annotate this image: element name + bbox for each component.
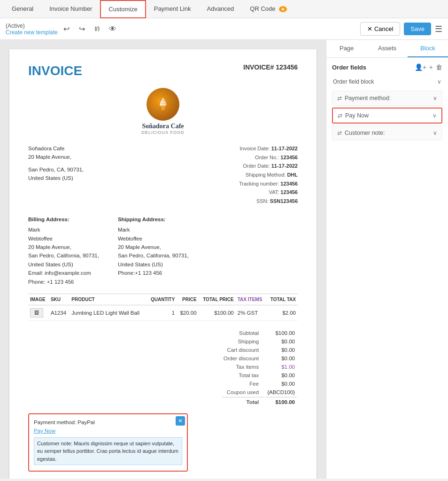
billing-block: Billing Address: Mark Webtoffee 20 Maple… xyxy=(28,215,99,286)
toolbar-left: (Active) Create new template ↩ ↪ ⟨/⟩ 👁 xyxy=(6,23,360,36)
cart-discount-value: $0.00 xyxy=(265,346,297,354)
panel-tab-assets[interactable]: Assets xyxy=(367,40,407,57)
save-button[interactable]: Save xyxy=(404,23,431,35)
payment-block-close-button[interactable]: ✕ xyxy=(176,416,185,426)
redo-button[interactable]: ↪ xyxy=(77,23,87,34)
cell-product: Jumbing LED Light Wall Ball xyxy=(70,305,147,320)
coupon-row: Coupon used {ABCD100} xyxy=(222,388,297,396)
shipping-method-value: DHL xyxy=(287,172,298,178)
tracking-value: 123456 xyxy=(280,181,298,186)
toolbar: (Active) Create new template ↩ ↪ ⟨/⟩ 👁 ✕… xyxy=(0,18,448,40)
cell-tax-items: 2% GST xyxy=(236,305,266,320)
cart-discount-row: Cart discount $0.00 xyxy=(222,346,297,354)
order-field-block-chevron[interactable]: ∨ xyxy=(437,78,441,85)
billing-name: Mark xyxy=(28,225,99,234)
invoice-number-value: 123456 xyxy=(276,63,298,71)
signature-label: Signature xyxy=(275,478,298,479)
order-field-block-text: Order field block xyxy=(333,78,374,85)
invoice-number-label: INVOICE# xyxy=(243,63,274,71)
billing-shipping-section: Billing Address: Mark Webtoffee 20 Maple… xyxy=(28,215,298,286)
right-panel: Page Assets Block Order fields 👤+ + 🗑 Or… xyxy=(326,40,448,479)
panel-tabs: Page Assets Block xyxy=(326,40,448,58)
billing-email: Email: info@example.com xyxy=(28,269,99,277)
cell-total-tax: $2.00 xyxy=(266,305,298,320)
add-icon[interactable]: + xyxy=(429,63,433,71)
invoice-table: IMAGE SKU PRODUCT QUANTITY PRICE TOTAL P… xyxy=(28,294,298,321)
shipping-country: United States (US) xyxy=(118,260,189,269)
subtotal-value: $100.00 xyxy=(265,329,297,337)
panel-content: Order fields 👤+ + 🗑 Order field block ∨ … xyxy=(326,58,448,148)
main-layout: INVOICE INVOICE# 123456 🍦 Soñadora Cafe … xyxy=(0,40,448,479)
subtotal-row: Subtotal $100.00 xyxy=(222,329,297,337)
totals-section: Subtotal $100.00 Shipping $0.00 Cart dis… xyxy=(28,328,298,407)
table-row: 🖼 A1234 Jumbing LED Light Wall Ball 1 $2… xyxy=(28,305,298,320)
ssn-value: SSN123456 xyxy=(270,198,298,204)
delete-icon[interactable]: 🗑 xyxy=(436,63,442,71)
from-city: San Pedro, CA, 90731, xyxy=(28,165,84,174)
accordion-customer-note[interactable]: ⇄ Customer note: ∨ xyxy=(332,125,442,140)
preview-button[interactable]: 👁 xyxy=(107,24,118,34)
undo-button[interactable]: ↩ xyxy=(62,23,71,34)
pay-now-link[interactable]: Pay Now xyxy=(34,428,55,434)
tab-invoice-number[interactable]: Invoice Number xyxy=(41,0,100,18)
tab-qr-code[interactable]: QR Code ★ xyxy=(242,0,295,18)
tab-general[interactable]: General xyxy=(4,0,41,18)
tab-advanced[interactable]: Advanced xyxy=(199,0,242,18)
toolbar-icons: ↩ ↪ ⟨/⟩ 👁 xyxy=(62,23,118,34)
html-button[interactable]: ⟨/⟩ xyxy=(93,25,101,33)
logo-area: 🍦 Soñadora Cafe DELICIOUS FOOD xyxy=(28,88,298,135)
order-discount-row: Order discount $0.00 xyxy=(222,355,297,362)
order-date-value: 11-17-2022 xyxy=(271,163,298,169)
customer-note-label: Customer note: xyxy=(345,130,385,136)
cancel-button[interactable]: ✕ Cancel xyxy=(360,22,400,36)
billing-city: San Pedro, California, 90731, xyxy=(28,251,99,260)
from-address1: 20 Maple Avenue, xyxy=(28,153,84,161)
panel-icons: 👤+ + 🗑 xyxy=(415,63,442,71)
invoice-area: INVOICE INVOICE# 123456 🍦 Soñadora Cafe … xyxy=(0,40,326,479)
toolbar-status-block: (Active) Create new template xyxy=(6,23,58,36)
ssn-label: SSN: xyxy=(256,198,269,204)
th-quantity: QUANTITY xyxy=(147,294,177,305)
payment-method-text: Payment method: PayPal xyxy=(34,418,182,427)
tracking-label: Tracking number: xyxy=(239,181,279,186)
panel-tab-block[interactable]: Block xyxy=(408,40,448,57)
shipping-city: San Pedro, California, 90731, xyxy=(118,251,189,260)
logo-image: 🍦 xyxy=(147,88,179,121)
top-tab-bar: General Invoice Number Customize Payment… xyxy=(0,0,448,18)
totals-table: Subtotal $100.00 Shipping $0.00 Cart dis… xyxy=(221,328,298,407)
coupon-label: Coupon used xyxy=(222,388,264,396)
coupon-value: {ABCD100} xyxy=(265,388,297,396)
customer-note-field-icon: ⇄ xyxy=(337,130,342,136)
accordion-icon-payment: ⇄ Payment method: xyxy=(337,95,391,101)
panel-section-header: Order fields 👤+ + 🗑 xyxy=(332,63,442,71)
add-person-icon[interactable]: 👤+ xyxy=(415,63,426,71)
order-discount-label: Order discount xyxy=(222,355,264,362)
billing-title: Billing Address: xyxy=(28,215,99,224)
payment-block: ✕ Payment method: PayPal Pay Now Custome… xyxy=(28,413,188,472)
shipping-phone: Phone:+1 123 456 xyxy=(118,269,189,277)
invoice-meta: Invoice Date: 11-17-2022 Order No.: 1234… xyxy=(239,144,298,206)
accordion-pay-now[interactable]: ⇄ Pay Now ∨ xyxy=(332,108,442,124)
shipping-cost-value: $0.00 xyxy=(265,338,297,345)
active-status: (Active) xyxy=(6,23,58,29)
create-template-link[interactable]: Create new template xyxy=(6,29,58,36)
customer-note-content: Customer note: Mauris dignissim neque ut… xyxy=(34,437,182,465)
qr-badge: ★ xyxy=(279,6,287,12)
shipping-block: Shipping Address: Mark Webtoffee 20 Mapl… xyxy=(118,215,189,286)
panel-tab-page[interactable]: Page xyxy=(326,40,367,57)
shipping-company: Webtoffee xyxy=(118,234,189,243)
invoice-page: INVOICE INVOICE# 123456 🍦 Soñadora Cafe … xyxy=(9,49,317,479)
accordion-icon-note: ⇄ Customer note: xyxy=(337,130,385,136)
fee-value: $0.00 xyxy=(265,380,297,388)
shipping-name: Mark xyxy=(118,225,189,234)
pay-now-chevron: ∨ xyxy=(433,112,437,119)
tab-customize[interactable]: Customize xyxy=(100,0,146,18)
shipping-cost-row: Shipping $0.00 xyxy=(222,338,297,345)
menu-icon[interactable]: ☰ xyxy=(435,24,442,34)
accordion-payment-method[interactable]: ⇄ Payment method: ∨ xyxy=(332,91,442,106)
tax-items-label: Tax items xyxy=(222,363,264,371)
cell-quantity: 1 xyxy=(147,305,177,320)
th-sku: SKU xyxy=(49,294,70,305)
tab-payment-link[interactable]: Payment Link xyxy=(146,0,199,18)
invoice-date-value: 11-17-2022 xyxy=(271,146,298,151)
